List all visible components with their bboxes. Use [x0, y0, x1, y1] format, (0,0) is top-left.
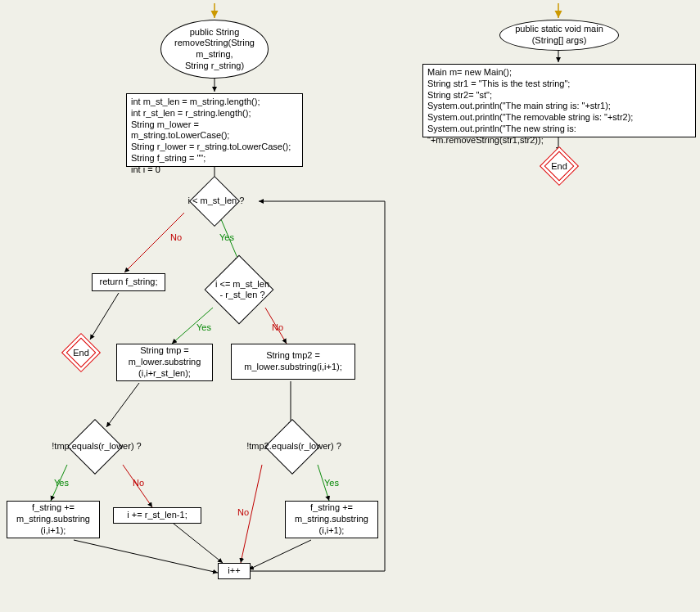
fstr1-text: f_string += m_string.substring (i,i+1);: [16, 502, 90, 536]
cond-i-le-diff: i <= m_st_len - r_st_len ?: [201, 260, 280, 319]
init-text: int m_st_len = m_string.length(); int r_…: [131, 97, 298, 175]
edge-label-yes: Yes: [196, 322, 211, 332]
edge-label-no: No: [237, 507, 249, 517]
init-block: int m_st_len = m_string.length(); int r_…: [126, 93, 303, 167]
tmp-block: String tmp = m_lower.substring (i,i+r_st…: [116, 344, 213, 381]
flowchart-canvas: public String removeString(String m_stri…: [0, 0, 700, 612]
return-text: return f_string;: [100, 277, 158, 288]
svg-line-3: [124, 213, 184, 272]
edge-label-no: No: [170, 232, 182, 242]
end-left-text: End: [67, 339, 95, 367]
svg-line-8: [106, 383, 139, 427]
fstr2-text: f_string += m_string.substring (i,i+1);: [295, 502, 368, 536]
edge-label-yes: Yes: [219, 232, 234, 242]
i-increment: i++: [218, 563, 251, 579]
return-block: return f_string;: [92, 273, 165, 291]
fstring-append-2: f_string += m_string.substring (i,i+1);: [285, 501, 378, 538]
cond-i-lt-len: i < m_st_len ?: [182, 183, 247, 219]
cond4-text: !tmp2.equals(r_lower) ?: [226, 425, 362, 468]
ipp-text: i++: [228, 565, 240, 577]
edge-label-yes: Yes: [324, 478, 339, 488]
svg-line-15: [174, 524, 223, 563]
cond2-text: i <= m_st_len - r_st_len ?: [201, 260, 283, 319]
tmp-text: String tmp = m_lower.substring (i,i+r_st…: [129, 345, 201, 379]
start-ellipse-remove-string: public String removeString(String m_stri…: [160, 20, 269, 79]
start-label: public String removeString(String m_stri…: [174, 27, 255, 72]
end-left: End: [67, 339, 95, 367]
cond1-text: i < m_st_len ?: [169, 183, 264, 219]
cond-tmp2-equals: !tmp2.equals(r_lower) ?: [226, 425, 359, 468]
end-right: End: [545, 152, 573, 180]
svg-line-5: [90, 293, 119, 340]
main-start-label: public static void main (String[] args): [515, 24, 603, 47]
main-body-block: Main m= new Main(); String str1 = "This …: [422, 64, 696, 137]
end-right-text: End: [545, 152, 573, 180]
iadd-text: i += r_st_len-1;: [127, 510, 187, 521]
tmp2-block: String tmp2 = m_lower.substring(i,i+1);: [231, 344, 355, 380]
cond3-text: !tmp.equals(r_lower) ?: [31, 425, 162, 468]
i-add-block: i += r_st_len-1;: [113, 507, 201, 524]
start-ellipse-main: public static void main (String[] args): [499, 20, 619, 51]
svg-line-16: [249, 540, 311, 569]
fstring-append-1: f_string += m_string.substring (i,i+1);: [7, 501, 100, 538]
svg-line-14: [74, 540, 218, 573]
edge-label-no: No: [272, 322, 283, 332]
tmp2-text: String tmp2 = m_lower.substring(i,i+1);: [244, 350, 342, 373]
main-body-text: Main m= new Main(); String str1 = "This …: [427, 67, 691, 146]
edge-label-yes: Yes: [54, 478, 69, 488]
edge-label-no: No: [133, 478, 144, 488]
cond-tmp-equals: !tmp.equals(r_lower) ?: [31, 425, 159, 468]
